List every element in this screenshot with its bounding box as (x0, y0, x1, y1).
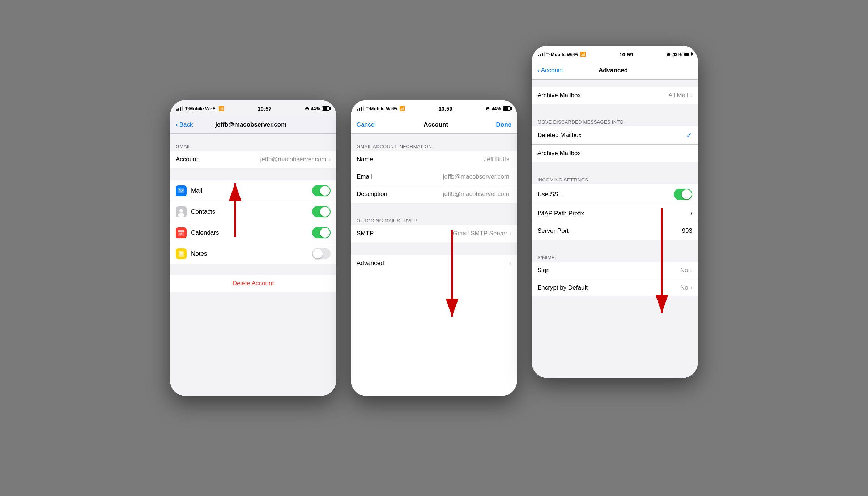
description-label: Description (357, 191, 443, 198)
screen-1: ‹ Back jeffb@macobserver.com GMAIL Accou… (170, 116, 336, 396)
ssl-row[interactable]: Use SSL (532, 184, 698, 205)
time-2: 10:59 (438, 106, 452, 112)
move-discarded-section: Deleted Mailbox ✓ Archive Mailbox (532, 126, 698, 162)
smime-section: Sign No › Encrypt by Default No › (532, 262, 698, 296)
time-3: 10:59 (619, 51, 633, 57)
description-row[interactable]: Description jeffb@macobserver.com (351, 185, 517, 203)
sign-chevron: › (690, 267, 692, 274)
gap-2a (351, 134, 517, 141)
nav-title-3: Advanced (599, 67, 628, 74)
email-row[interactable]: Email jeffb@macobserver.com (351, 168, 517, 185)
battery-icon-1 (322, 106, 330, 111)
nav-title-2: Account (424, 121, 448, 128)
archive-mailbox-label-2: Archive Mailbox (537, 150, 692, 157)
status-left-3: T-Mobile Wi-Fi 📶 (538, 52, 586, 57)
ssl-toggle[interactable] (674, 189, 692, 200)
calendars-toggle[interactable] (312, 227, 331, 238)
encrypt-value: No (680, 284, 688, 291)
delete-account-button[interactable]: Delete Account (170, 275, 336, 292)
svg-rect-4 (178, 230, 184, 232)
phone-1: T-Mobile Wi-Fi 📶 10:57 ⊕ 44% ‹ Back jeff… (170, 100, 336, 396)
server-port-row[interactable]: Server Port 993 (532, 222, 698, 240)
back-button-1[interactable]: ‹ Back (176, 121, 193, 128)
status-bar-1: T-Mobile Wi-Fi 📶 10:57 ⊕ 44% (170, 100, 336, 116)
sign-row[interactable]: Sign No › (532, 262, 698, 279)
status-right-3: ⊕ 43% (667, 52, 692, 57)
battery-icon-3 (684, 52, 692, 56)
signal-icon-3 (538, 52, 545, 56)
calendars-icon: 31 (176, 227, 187, 238)
status-left-2: T-Mobile Wi-Fi 📶 (357, 106, 405, 111)
cancel-button[interactable]: Cancel (357, 121, 376, 128)
section-gap-2 (170, 168, 336, 180)
sign-label: Sign (537, 267, 680, 274)
phone-3: T-Mobile Wi-Fi 📶 10:59 ⊕ 43% ‹ Account A… (532, 46, 698, 378)
carrier-1: T-Mobile Wi-Fi (185, 106, 217, 111)
gmail-info-header: GMAIL ACCOUNT INFORMATION (351, 141, 517, 151)
imap-path-label: IMAP Path Prefix (537, 210, 690, 217)
mail-row[interactable]: Mail (170, 180, 336, 201)
status-left-1: T-Mobile Wi-Fi 📶 (176, 106, 224, 111)
wifi-icon-3: 📶 (580, 52, 586, 57)
contacts-toggle[interactable] (312, 206, 331, 217)
smtp-row[interactable]: SMTP Gmail SMTP Server › (351, 225, 517, 242)
location-icon-3: ⊕ (667, 52, 671, 57)
encrypt-label: Encrypt by Default (537, 284, 680, 291)
incoming-section: Use SSL IMAP Path Prefix / Server Port 9… (532, 184, 698, 240)
gmail-info-section: Name Jeff Butts Email jeffb@macobserver.… (351, 151, 517, 203)
phone-2: T-Mobile Wi-Fi 📶 10:59 ⊕ 44% Cancel Acco… (351, 100, 517, 396)
description-value: jeffb@macobserver.com (443, 191, 509, 198)
name-row[interactable]: Name Jeff Butts (351, 151, 517, 168)
calendars-row[interactable]: 31 Calendars (170, 222, 336, 243)
advanced-row[interactable]: Advanced › (351, 255, 517, 272)
encrypt-chevron: › (690, 285, 692, 291)
svg-point-1 (179, 209, 183, 213)
advanced-section: Advanced › (351, 255, 517, 272)
svg-text:31: 31 (179, 233, 182, 235)
nav-title-1: jeffb@macobserver.com (215, 121, 286, 128)
smtp-value: Gmail SMTP Server (453, 230, 507, 237)
notes-icon (176, 248, 187, 259)
smtp-chevron: › (510, 230, 511, 237)
archive-mailbox-row-2[interactable]: Archive Mailbox (532, 145, 698, 162)
imap-path-value: / (690, 210, 692, 217)
advanced-chevron: › (510, 260, 511, 266)
account-label: Account (176, 156, 260, 163)
mail-toggle[interactable] (312, 185, 331, 196)
ssl-label: Use SSL (537, 191, 674, 198)
account-chevron: › (329, 156, 331, 163)
signal-icon-2 (357, 106, 364, 111)
battery-pct-2: 44% (492, 106, 501, 111)
server-port-label: Server Port (537, 227, 682, 235)
notes-toggle[interactable] (312, 248, 331, 259)
screen-3: ‹ Account Advanced Archive Mailbox All M… (532, 61, 698, 378)
account-row[interactable]: Account jeffb@macobserver.com › (170, 151, 336, 168)
deleted-mailbox-row[interactable]: Deleted Mailbox ✓ (532, 126, 698, 145)
battery-pct-3: 43% (672, 52, 682, 57)
advanced-label: Advanced (357, 260, 510, 267)
contacts-icon (176, 206, 187, 217)
notes-label: Notes (191, 250, 312, 257)
outgoing-header: OUTGOING MAIL SERVER (351, 215, 517, 225)
notes-row[interactable]: Notes (170, 243, 336, 264)
gap-2c (351, 242, 517, 255)
encrypt-row[interactable]: Encrypt by Default No › (532, 279, 698, 296)
location-icon-2: ⊕ (486, 106, 490, 111)
email-value: jeffb@macobserver.com (443, 173, 509, 180)
contacts-row[interactable]: Contacts (170, 201, 336, 222)
back-label-1: Back (179, 121, 193, 128)
gmail-section-header: GMAIL (170, 141, 336, 151)
name-label: Name (357, 156, 484, 163)
imap-path-row[interactable]: IMAP Path Prefix / (532, 205, 698, 222)
back-button-3[interactable]: ‹ Account (537, 67, 563, 74)
wifi-icon-1: 📶 (218, 106, 224, 111)
archive-mailbox-row[interactable]: Archive Mailbox All Mail › (532, 87, 698, 104)
nav-bar-2: Cancel Account Done (351, 116, 517, 134)
done-button[interactable]: Done (496, 121, 511, 128)
location-icon-1: ⊕ (305, 106, 309, 111)
outgoing-section: SMTP Gmail SMTP Server › (351, 225, 517, 242)
battery-pct-1: 44% (311, 106, 320, 111)
server-port-value: 993 (682, 227, 692, 235)
status-right-1: ⊕ 44% (305, 106, 330, 111)
smime-header: S/MIME (532, 252, 698, 262)
